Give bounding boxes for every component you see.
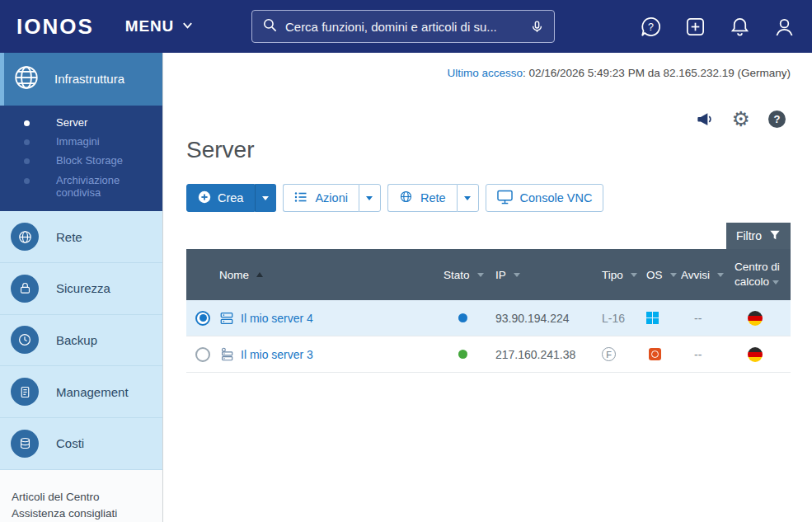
help-bubble-icon[interactable]: ? [640, 16, 662, 38]
quick-icons: ⚙ ? [186, 109, 791, 129]
sort-caret-icon [717, 273, 724, 277]
list-icon [294, 190, 307, 206]
server-type: L-16 [602, 312, 625, 325]
azioni-button-group: Azioni [283, 184, 381, 212]
sidebar-item-infrastruttura[interactable]: Infrastruttura [0, 53, 162, 106]
sort-caret-icon [670, 273, 677, 277]
menu-button[interactable]: MENU [125, 17, 194, 35]
status-dot-blue [458, 313, 467, 322]
column-header-centro-di-calcolo[interactable]: Centro di calcolo [735, 260, 789, 289]
column-header-nome[interactable]: Nome [219, 269, 444, 281]
global-search [251, 10, 555, 43]
sidebar-item-label: Management [56, 385, 129, 399]
server-name-link[interactable]: Il mio server 4 [241, 312, 313, 325]
flex-type-badge: F [602, 347, 616, 361]
windows-os-icon [646, 312, 659, 324]
submenu-item-label: Archiviazione condivisa [56, 174, 120, 199]
rete-label: Rete [420, 191, 446, 205]
account-icon[interactable] [773, 16, 796, 38]
lock-icon [11, 275, 39, 303]
plus-circle-icon [198, 190, 211, 206]
sidebar-item-label: Rete [56, 230, 82, 244]
bullet-icon [24, 139, 30, 145]
clock-history-icon [11, 326, 39, 354]
infrastructure-globe-icon [12, 63, 40, 94]
sidebar-item-backup[interactable]: Backup [0, 315, 162, 367]
menu-label: MENU [125, 17, 174, 35]
table-row[interactable]: Il mio server 4 93.90.194.224 L-16 -- [186, 300, 791, 336]
table-row[interactable]: Il mio server 3 217.160.241.38 F -- [186, 336, 791, 373]
column-header-ip[interactable]: IP [495, 269, 598, 281]
sidebar-item-costi[interactable]: Costi [0, 418, 162, 470]
filter-button[interactable]: Filtro [726, 223, 791, 249]
submenu-item-label: Server [56, 116, 87, 129]
search-icon [262, 17, 278, 36]
funnel-icon [769, 229, 781, 243]
ionos-logo[interactable]: IONOS [16, 14, 94, 40]
network-globe-icon [11, 223, 39, 251]
server-ip: 217.160.241.38 [495, 348, 575, 361]
bullet-icon [24, 178, 30, 184]
global-search-input[interactable] [285, 20, 523, 34]
last-access-value: : 02/16/2026 5:49:23 PM da 82.165.232.19… [523, 67, 791, 79]
germany-flag-icon [748, 311, 763, 326]
globe-icon [399, 190, 413, 206]
alerts-value: -- [694, 312, 702, 325]
recommended-articles-heading: Articoli del Centro Assistenza consiglia… [0, 470, 162, 522]
sort-caret-icon [477, 273, 484, 277]
toolbar: Crea Azioni Rete [186, 184, 791, 212]
notifications-bell-icon[interactable] [729, 16, 751, 38]
filter-label: Filtro [736, 229, 762, 242]
row-radio[interactable] [195, 347, 210, 362]
azioni-button[interactable]: Azioni [283, 184, 359, 212]
add-product-icon[interactable] [684, 16, 706, 38]
crea-dropdown-button[interactable] [255, 184, 276, 212]
sidebar-item-management[interactable]: Management [0, 366, 162, 418]
last-access-link[interactable]: Ultimo accesso [447, 67, 523, 79]
column-header-avvisi[interactable]: Avvisi [681, 269, 735, 281]
main-content: Ultimo accesso: 02/16/2026 5:49:23 PM da… [162, 53, 812, 522]
topbar-icons: ? [640, 16, 796, 38]
infrastructure-submenu: Server Immagini Block Storage Archiviazi… [0, 106, 162, 212]
server-ip: 93.90.194.224 [495, 312, 570, 325]
sidebar-item-rete[interactable]: Rete [0, 211, 162, 263]
sort-caret-icon [631, 273, 637, 277]
coins-icon [11, 430, 39, 458]
rete-dropdown-button[interactable] [457, 184, 479, 212]
sort-caret-icon [514, 273, 520, 277]
crea-button-group: Crea [186, 184, 276, 212]
submenu-item-server[interactable]: Server [0, 113, 162, 132]
germany-flag-icon [748, 347, 763, 362]
console-vnc-label: Console VNC [520, 191, 593, 205]
megaphone-icon[interactable] [695, 110, 714, 129]
submenu-item-label: Block Storage [56, 154, 123, 167]
row-radio-selected[interactable] [195, 311, 210, 326]
sort-ascending-icon [256, 272, 263, 277]
linux-os-icon [649, 348, 661, 360]
column-label: Tipo [602, 269, 623, 281]
sidebar-item-label: Infrastruttura [54, 72, 124, 86]
column-label: Nome [219, 269, 249, 281]
sidebar-item-label: Costi [56, 436, 84, 450]
column-header-tipo[interactable]: Tipo [598, 269, 646, 281]
column-header-os[interactable]: OS [646, 269, 681, 281]
last-access: Ultimo accesso: 02/16/2026 5:49:23 PM da… [186, 67, 791, 79]
console-vnc-button[interactable]: Console VNC [486, 184, 604, 212]
sidebar-item-sicurezza[interactable]: Sicurezza [0, 263, 162, 315]
gear-icon[interactable]: ⚙ [732, 109, 750, 129]
crea-button[interactable]: Crea [186, 184, 255, 212]
crea-label: Crea [218, 191, 243, 205]
microphone-icon[interactable] [530, 20, 544, 34]
server-name-link[interactable]: Il mio server 3 [241, 348, 313, 361]
submenu-item-block-storage[interactable]: Block Storage [0, 151, 162, 170]
server-table: Nome Stato IP Tipo OS Avvisi Cen [186, 249, 791, 373]
topbar: IONOS MENU ? [0, 0, 812, 53]
column-label: Stato [444, 269, 470, 281]
submenu-item-archiviazione-condivisa[interactable]: Archiviazione condivisa [0, 171, 162, 203]
azioni-dropdown-button[interactable] [359, 184, 381, 212]
rete-button[interactable]: Rete [387, 184, 457, 212]
status-dot-green [458, 350, 467, 359]
help-circle-icon[interactable]: ? [768, 111, 786, 128]
submenu-item-immagini[interactable]: Immagini [0, 132, 162, 151]
column-header-stato[interactable]: Stato [444, 269, 495, 281]
